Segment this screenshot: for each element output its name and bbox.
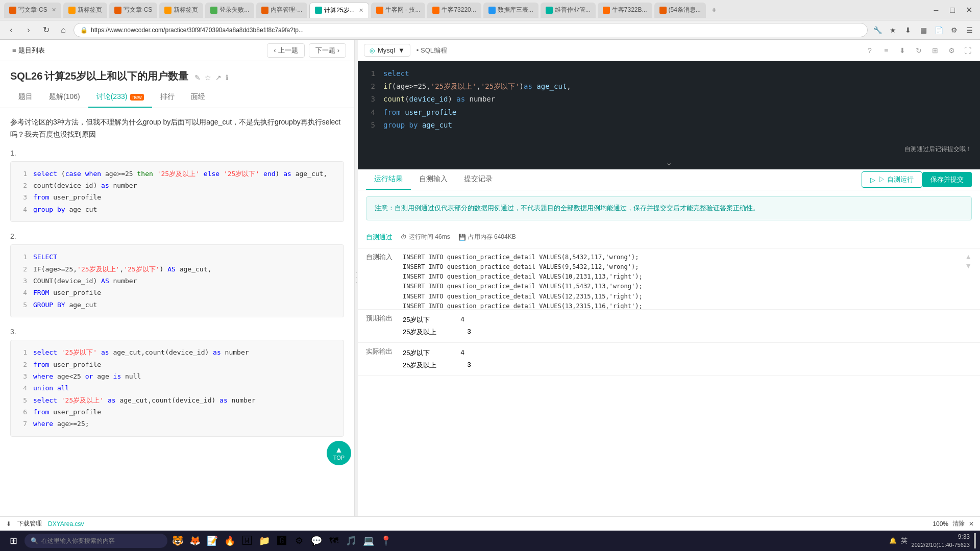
- home-button[interactable]: ⌂: [56, 23, 70, 37]
- test-input-section: 自测输入 INSERT INTO question_practice_detai…: [358, 248, 980, 310]
- next-problem-button[interactable]: 下一题 ›: [309, 43, 346, 58]
- page-title: 计算25岁以上和以下的用户数量: [44, 70, 188, 82]
- code-line: 5 GROUP BY age_cut: [19, 299, 335, 311]
- tab-subject[interactable]: 题目: [10, 87, 41, 108]
- tab-11[interactable]: 维普作业管...: [541, 3, 596, 18]
- share-icon[interactable]: ↗: [215, 73, 222, 82]
- actual-output-table: 25岁以下 4 25岁及以上 3: [403, 347, 972, 371]
- solution-3: 3. 1 select '25岁以下' as age_cut,count(dev…: [10, 328, 344, 437]
- expand-row: ⌄: [358, 156, 980, 169]
- sidebar-icon[interactable]: ▦: [917, 23, 930, 37]
- editor-line: 3 count(device_id) as number: [366, 93, 972, 106]
- menu-icon[interactable]: ☰: [963, 23, 976, 37]
- scroll-up-icon[interactable]: ▲: [965, 253, 972, 261]
- info-icon[interactable]: ℹ: [226, 73, 228, 82]
- forward-button[interactable]: ›: [21, 23, 36, 37]
- dropdown-icon: ▼: [398, 46, 405, 54]
- tab-5[interactable]: 登录失败...: [205, 3, 254, 18]
- tab-discussion[interactable]: 讨论(233) new: [88, 87, 152, 108]
- tab-1[interactable]: 写文章-CS ✕: [4, 3, 61, 18]
- sql-editor-header: ◎ Mysql ▼ • SQL编程 ? ≡ ⬇ ↻ ⊞ ⚙ ⛶: [358, 40, 980, 61]
- tab-13[interactable]: (54条消息...: [654, 3, 706, 18]
- discussion-text: 参考讨论区的3种方法，但我不理解为什么group by后面可以用age_cut，…: [10, 116, 344, 141]
- expected-output-label: 预期输出: [366, 314, 397, 338]
- code-line: 1 SELECT: [19, 251, 335, 263]
- tab-8[interactable]: 牛客网 - 技...: [371, 3, 426, 18]
- browser-toolbar: ‹ › ↻ ⌂ 🔒 https://www.nowcoder.com/pract…: [0, 20, 980, 40]
- actual-row-2: 25岁及以上 3: [403, 359, 972, 371]
- problem-list-button[interactable]: ≡ 题目列表: [8, 44, 49, 57]
- star-icon[interactable]: ☆: [205, 73, 211, 82]
- tab-submit-history[interactable]: 提交记录: [456, 169, 501, 190]
- active-tab-close[interactable]: ✕: [359, 7, 363, 14]
- notice-text: 注意：自测用例通过仅代表部分的数据用例通过，不代表题目的全部数据用例均能通过，保…: [375, 204, 760, 212]
- test-input-content: INSERT INTO question_practice_detail VAL…: [403, 253, 959, 305]
- editor-line: 4 from user_profile: [366, 106, 972, 119]
- code-line: 6 from user_profile: [19, 406, 335, 418]
- result-tabs: 运行结果 自测输入 提交记录 ▷ ▷ 自测运行 保存并提交: [358, 169, 980, 190]
- sql-mode-label: • SQL编程: [416, 46, 447, 55]
- editor-line: 5 group by age_cut: [366, 119, 972, 132]
- download-icon[interactable]: ⬇: [896, 44, 909, 57]
- tab-6[interactable]: 内容管理-...: [256, 3, 307, 18]
- tab-2[interactable]: 新标签页: [63, 3, 107, 18]
- list-icon[interactable]: ≡: [880, 44, 892, 57]
- play-icon: ▷: [870, 176, 875, 184]
- tab-7-active[interactable]: 计算25岁... ✕: [309, 3, 369, 18]
- code-line: 4 union all: [19, 382, 335, 394]
- close-button[interactable]: ✕: [962, 3, 976, 17]
- new-badge: new: [130, 94, 143, 101]
- tab-3[interactable]: 写文章-CS: [109, 3, 158, 18]
- browser-tab-bar: 写文章-CS ✕ 新标签页 写文章-CS 新标签页 登录失败... 内容管理-.…: [0, 0, 980, 20]
- edit-icon[interactable]: ✎: [194, 73, 201, 82]
- settings-icon[interactable]: ⚙: [945, 44, 958, 57]
- top-nav: ≡ 题目列表 ‹ 上一题 下一题 ›: [0, 40, 354, 61]
- title-icons: ✎ ☆ ↗ ℹ: [194, 73, 228, 82]
- back-button[interactable]: ‹: [4, 23, 18, 37]
- minimize-button[interactable]: –: [929, 3, 943, 17]
- new-tab-button[interactable]: +: [708, 4, 720, 16]
- tab-rank[interactable]: 排行: [152, 87, 183, 108]
- code-line: 3 where age<25 or age is null: [19, 370, 335, 382]
- tab-test-input[interactable]: 自测输入: [411, 169, 456, 190]
- solution-1: 1. 1 select (case when age>=25 then '25岁…: [10, 149, 344, 222]
- code-line: 1 select (case when age>=25 then '25岁及以上…: [19, 168, 335, 180]
- sql-code-editor[interactable]: 1 select 2 if(age>=25,'25岁及以上','25岁以下')a…: [358, 61, 980, 143]
- tab-solution[interactable]: 题解(106): [41, 87, 88, 108]
- scroll-down-icon[interactable]: ▼: [965, 262, 972, 270]
- browser-toolbar-icons: 🔧 ★ ⬇ ▦ 📄 ⚙ ☰: [871, 23, 976, 37]
- address-bar[interactable]: 🔒 https://www.nowcoder.com/practice/30f9…: [74, 23, 868, 37]
- download-icon[interactable]: ⬇: [901, 23, 915, 37]
- code-line: 4 FROM user_profile: [19, 287, 335, 298]
- settings-icon[interactable]: ⚙: [947, 23, 961, 37]
- top-button[interactable]: ▲ TOP: [327, 441, 351, 465]
- expected-output-table: 25岁以下 4 25岁及以上 3: [403, 314, 972, 338]
- tab-4[interactable]: 新标签页: [159, 3, 203, 18]
- reader-icon[interactable]: 📄: [932, 23, 945, 37]
- expand-icon[interactable]: ⌄: [666, 158, 672, 167]
- test-pass-badge: 自测通过: [366, 233, 393, 242]
- layout-icon[interactable]: ⊞: [929, 44, 941, 57]
- tab-close-1[interactable]: ✕: [52, 7, 56, 13]
- fullscreen-icon[interactable]: ⛶: [962, 44, 974, 57]
- run-button[interactable]: ▷ ▷ 自测运行: [862, 171, 922, 188]
- tab-10[interactable]: 数据库三表...: [483, 3, 538, 18]
- refresh-icon[interactable]: ↻: [913, 44, 925, 57]
- help-icon[interactable]: ?: [864, 44, 876, 57]
- extensions-icon[interactable]: 🔧: [871, 23, 884, 37]
- refresh-button[interactable]: ↻: [39, 23, 53, 37]
- prev-problem-button[interactable]: ‹ 上一题: [267, 43, 304, 58]
- code-line: 1 select '25岁以下' as age_cut,count(device…: [19, 346, 335, 358]
- database-select[interactable]: ◎ Mysql ▼: [364, 44, 410, 57]
- bookmark-icon[interactable]: ★: [886, 23, 899, 37]
- tab-interview[interactable]: 面经: [183, 87, 213, 108]
- code-block-1: 1 select (case when age>=25 then '25岁及以上…: [10, 161, 344, 222]
- code-line: 3 from user_profile: [19, 191, 335, 203]
- restore-button[interactable]: □: [945, 3, 960, 17]
- submit-button[interactable]: 保存并提交: [922, 172, 972, 187]
- tab-12[interactable]: 牛客7322B...: [598, 3, 652, 18]
- code-block-3: 1 select '25岁以下' as age_cut,count(device…: [10, 340, 344, 437]
- actual-output-section: 实际输出 25岁以下 4 25岁及以上 3: [358, 343, 980, 376]
- tab-9[interactable]: 牛客73220...: [427, 3, 481, 18]
- tab-run-result[interactable]: 运行结果: [366, 169, 411, 190]
